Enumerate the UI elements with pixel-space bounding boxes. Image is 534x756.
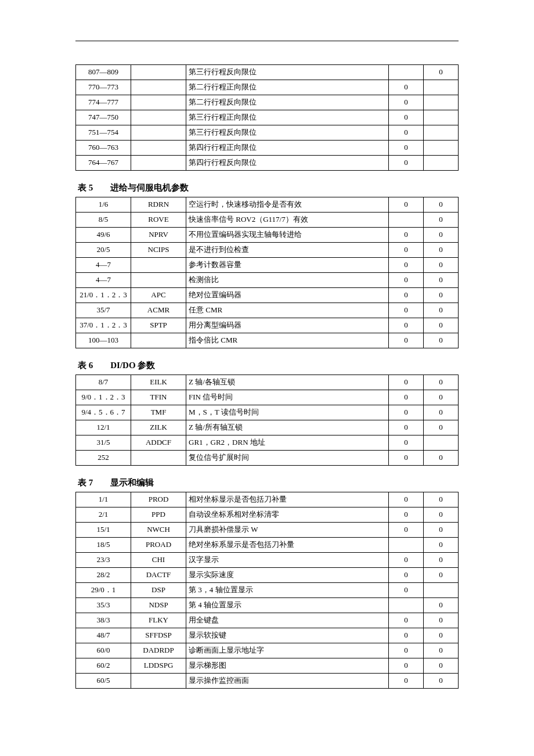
document-body: 807—809第三行行程反向限位0770—773第二行行程正向限位0774—77… — [75, 64, 459, 689]
param-desc: 检测倍比 — [186, 273, 389, 288]
param-symbol — [131, 80, 186, 95]
param-val-a: 0 — [389, 243, 424, 258]
param-desc: 显示操作监控画面 — [186, 674, 389, 689]
param-id: 28/2 — [76, 568, 131, 583]
param-val-a: 0 — [389, 258, 424, 273]
param-symbol: ZILK — [131, 420, 186, 435]
param-val-b: 0 — [424, 375, 459, 390]
param-val-a — [389, 65, 424, 80]
param-id: 8/7 — [76, 375, 131, 390]
param-id: 35/7 — [76, 303, 131, 318]
table-row: 60/0DADRDP诊断画面上显示地址字00 — [76, 643, 459, 658]
param-symbol: PROAD — [131, 538, 186, 553]
param-symbol: NDSP — [131, 598, 186, 613]
data-table: 8/7EILKZ 轴/各轴互锁009/0．1．2．3TFINFIN 信号时间00… — [75, 375, 459, 466]
table-row: 18/5PROAD绝对坐标系显示是否包括刀补量0 — [76, 538, 459, 553]
param-id: 764—767 — [76, 156, 131, 171]
param-desc: 第 3，4 轴位置显示 — [186, 583, 389, 598]
param-symbol — [131, 95, 186, 110]
param-val-b: 0 — [424, 523, 459, 538]
table-row: 760—763第四行行程正向限位0 — [76, 141, 459, 156]
param-val-a: 0 — [389, 658, 424, 674]
param-val-b — [424, 95, 459, 110]
param-val-a: 0 — [389, 318, 424, 333]
section-heading: DI/DO 参数 — [110, 361, 155, 370]
param-symbol: CHI — [131, 553, 186, 568]
param-symbol: DADRDP — [131, 643, 186, 658]
param-val-b: 0 — [424, 273, 459, 288]
table-row: 37/0．1．2．3SPTP用分离型编码器00 — [76, 318, 459, 333]
param-val-b: 0 — [424, 420, 459, 435]
table-row: 38/3FLKY用全键盘00 — [76, 613, 459, 628]
param-id: 60/5 — [76, 674, 131, 689]
param-desc: 第二行行程正向限位 — [186, 80, 389, 95]
param-desc: 绝对位置编码器 — [186, 288, 389, 303]
param-val-b — [424, 141, 459, 156]
table-row: 23/3CHI汉字显示00 — [76, 553, 459, 568]
param-val-b: 0 — [424, 258, 459, 273]
param-val-b: 0 — [424, 405, 459, 420]
param-id: 60/2 — [76, 658, 131, 674]
param-val-b: 0 — [424, 538, 459, 553]
param-id: 9/0．1．2．3 — [76, 390, 131, 405]
table-row: 15/1NWCH刀具磨损补偿显示 W00 — [76, 523, 459, 538]
param-symbol: NWCH — [131, 523, 186, 538]
data-table: 807—809第三行行程反向限位0770—773第二行行程正向限位0774—77… — [75, 64, 459, 171]
param-desc: 第四行行程反向限位 — [186, 156, 389, 171]
param-val-a: 0 — [389, 628, 424, 643]
param-desc: 任意 CMR — [186, 303, 389, 318]
param-id: 20/5 — [76, 243, 131, 258]
param-val-a — [389, 538, 424, 553]
param-val-b: 0 — [424, 613, 459, 628]
param-id: 770—773 — [76, 80, 131, 95]
param-symbol — [131, 125, 186, 141]
page-top-rule — [75, 41, 459, 41]
param-val-b: 0 — [424, 658, 459, 674]
param-val-b: 0 — [424, 333, 459, 348]
param-symbol — [131, 258, 186, 273]
param-symbol: LDDSPG — [131, 658, 186, 674]
section-number: 表 6 — [78, 361, 93, 370]
param-desc: 是不进行到位检查 — [186, 243, 389, 258]
param-id: 807—809 — [76, 65, 131, 80]
param-id: 48/7 — [76, 628, 131, 643]
param-id: 100—103 — [76, 333, 131, 348]
param-val-b — [424, 80, 459, 95]
param-desc: FIN 信号时间 — [186, 390, 389, 405]
param-symbol: FLKY — [131, 613, 186, 628]
param-symbol: ROVE — [131, 213, 186, 228]
param-val-a: 0 — [389, 156, 424, 171]
param-desc: 显示梯形图 — [186, 658, 389, 674]
param-val-b: 0 — [424, 303, 459, 318]
param-val-b: 0 — [424, 213, 459, 228]
param-val-b: 0 — [424, 598, 459, 613]
param-val-a: 0 — [389, 420, 424, 435]
param-id: 774—777 — [76, 95, 131, 110]
table-row: 8/7EILKZ 轴/各轴互锁00 — [76, 375, 459, 390]
param-val-b: 0 — [424, 65, 459, 80]
param-symbol: TMF — [131, 405, 186, 420]
param-val-b — [424, 110, 459, 125]
param-val-b: 0 — [424, 628, 459, 643]
param-symbol: PROD — [131, 492, 186, 507]
param-symbol: NPRV — [131, 228, 186, 243]
table-row: 1/1PROD相对坐标显示是否包括刀补量00 — [76, 492, 459, 507]
param-id: 29/0．1 — [76, 583, 131, 598]
param-val-a: 0 — [389, 197, 424, 213]
data-table: 1/6RDRN空运行时，快速移动指令是否有效008/5ROVE快速倍率信号 RO… — [75, 197, 459, 348]
section-title: 表 6DI/DO 参数 — [78, 360, 459, 371]
table-row: 31/5ADDCFGR1，GR2，DRN 地址0 — [76, 435, 459, 451]
table-row: 1/6RDRN空运行时，快速移动指令是否有效00 — [76, 197, 459, 213]
param-val-a: 0 — [389, 141, 424, 156]
param-val-a: 0 — [389, 492, 424, 507]
param-id: 8/5 — [76, 213, 131, 228]
param-desc: 绝对坐标系显示是否包括刀补量 — [186, 538, 389, 553]
param-val-a: 0 — [389, 435, 424, 451]
param-id: 1/6 — [76, 197, 131, 213]
section-heading: 进给与伺服电机参数 — [110, 183, 189, 192]
param-val-b — [424, 156, 459, 171]
param-val-b: 0 — [424, 243, 459, 258]
table-row: 764—767第四行行程反向限位0 — [76, 156, 459, 171]
param-symbol: PPD — [131, 507, 186, 523]
table-row: 9/4．5．6．7TMFM，S，T 读信号时间00 — [76, 405, 459, 420]
